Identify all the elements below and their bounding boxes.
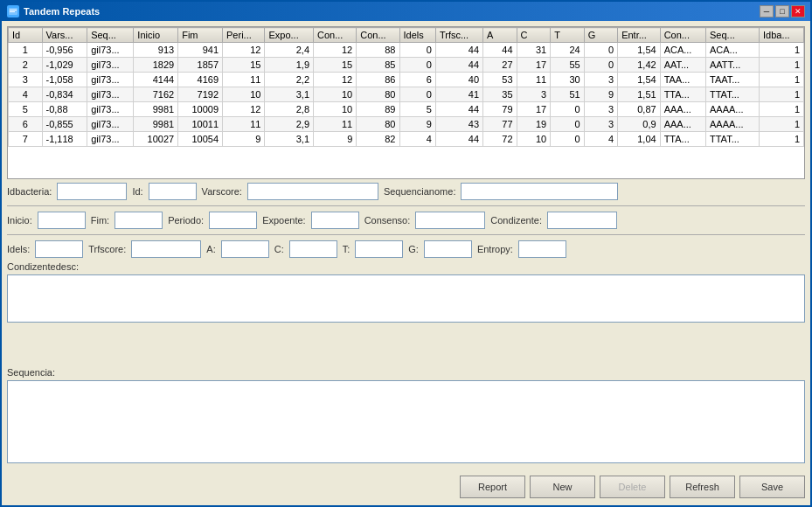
- form-section: Idbacteria: Id: Varscore: Sequencianome:…: [7, 183, 805, 258]
- main-window: Tandem Repeats ─ □ ✕ Id Vars... Seq... I…: [0, 0, 812, 507]
- t-input[interactable]: [355, 240, 403, 258]
- table-header-row: Id Vars... Seq... Inicio Fim Peri... Exp…: [9, 28, 804, 43]
- col-idba: Idba...: [760, 28, 804, 43]
- idels-input[interactable]: [35, 240, 83, 258]
- sequencia-textarea[interactable]: [7, 380, 805, 463]
- condizentedesc-textarea[interactable]: [7, 274, 805, 323]
- g-input[interactable]: [424, 240, 472, 258]
- a-label: A:: [206, 244, 215, 254]
- new-button[interactable]: New: [530, 476, 595, 498]
- g-label: G:: [408, 244, 419, 254]
- c-input[interactable]: [289, 240, 337, 258]
- id-input[interactable]: [149, 183, 197, 200]
- divider-2: [7, 234, 805, 235]
- sequencia-row: Sequencia:: [7, 367, 805, 378]
- col-con1: Con...: [314, 28, 357, 43]
- col-idels: Idels: [399, 28, 435, 43]
- svg-rect-1: [10, 10, 17, 10]
- varscore-label: Varscore:: [202, 186, 242, 197]
- window-title: Tandem Repeats: [24, 6, 760, 17]
- data-table-container: Id Vars... Seq... Inicio Fim Peri... Exp…: [7, 26, 805, 179]
- periodo-label: Periodo:: [168, 215, 204, 226]
- form-row-1: Idbacteria: Id: Varscore: Sequencianome:: [7, 183, 805, 200]
- periodo-input[interactable]: [209, 212, 257, 229]
- col-fim: Fim: [178, 28, 223, 43]
- condizente-label: Condizente:: [490, 215, 542, 226]
- col-g: G: [584, 28, 618, 43]
- col-seq: Seq...: [87, 28, 134, 43]
- button-row: Report New Delete Refresh Save: [7, 472, 805, 500]
- condizente-input[interactable]: [547, 212, 617, 229]
- save-button[interactable]: Save: [739, 476, 805, 498]
- condizentedesc-row: Condizentedesc:: [7, 261, 805, 272]
- trfsc-input[interactable]: [131, 240, 201, 258]
- col-c: C: [517, 28, 551, 43]
- title-bar: Tandem Repeats ─ □ ✕: [2, 2, 810, 21]
- col-vars: Vars...: [42, 28, 87, 43]
- table-row[interactable]: 7-1,118gil73...100271005493,198244472100…: [9, 132, 804, 147]
- table-scroll[interactable]: Id Vars... Seq... Inicio Fim Peri... Exp…: [8, 27, 804, 178]
- table-row[interactable]: 6-0,855gil73...998110011112,911809437719…: [9, 117, 804, 132]
- form-row-2: Inicio: Fim: Periodo: Expoente: Consenso…: [7, 212, 805, 229]
- col-entr: Entr...: [618, 28, 660, 43]
- report-button[interactable]: Report: [460, 476, 525, 498]
- col-peri: Peri...: [223, 28, 265, 43]
- content-area: Id Vars... Seq... Inicio Fim Peri... Exp…: [2, 21, 810, 505]
- sequencia-label: Sequencia:: [7, 367, 55, 378]
- idels-label: Idels:: [7, 244, 30, 254]
- col-con3: Con...: [660, 28, 705, 43]
- col-id: Id: [9, 28, 43, 43]
- table-row[interactable]: 4-0,834gil73...71627192103,1108004135351…: [9, 87, 804, 102]
- title-buttons: ─ □ ✕: [760, 5, 805, 17]
- entropy-input[interactable]: [518, 240, 566, 258]
- entropy-label: Entropy:: [477, 244, 513, 254]
- expoente-label: Expoente:: [262, 215, 306, 226]
- table-row[interactable]: 1-0,956gil73...913941122,412880444431240…: [9, 43, 804, 58]
- consenso-label: Consenso:: [364, 215, 411, 226]
- sequencianome-label: Sequencianome:: [384, 186, 456, 197]
- close-button[interactable]: ✕: [791, 5, 805, 17]
- table-row[interactable]: 3-1,058gil73...41444169112,2128664053113…: [9, 73, 804, 87]
- c-label: C:: [274, 244, 284, 254]
- sequencianome-input[interactable]: [461, 183, 618, 200]
- data-table: Id Vars... Seq... Inicio Fim Peri... Exp…: [8, 27, 804, 147]
- idbacteria-label: Idbacteria:: [7, 186, 52, 197]
- minimize-button[interactable]: ─: [760, 5, 774, 17]
- sequencia-section: Sequencia:: [7, 367, 805, 469]
- col-a: A: [483, 28, 517, 43]
- col-inicio: Inicio: [134, 28, 178, 43]
- varscore-input[interactable]: [247, 183, 378, 200]
- table-body: 1-0,956gil73...913941122,412880444431240…: [9, 43, 804, 147]
- table-row[interactable]: 5-0,88gil73...998110009122,8108954479170…: [9, 102, 804, 117]
- inicio-label: Inicio:: [7, 215, 32, 226]
- inicio-input[interactable]: [38, 212, 86, 229]
- maximize-button[interactable]: □: [775, 5, 789, 17]
- divider-1: [7, 205, 805, 206]
- delete-button[interactable]: Delete: [600, 476, 665, 498]
- window-icon: [7, 5, 19, 17]
- col-expo: Expo...: [265, 28, 314, 43]
- svg-rect-2: [10, 11, 15, 12]
- id-label: Id:: [132, 186, 142, 197]
- expoente-input[interactable]: [311, 212, 359, 229]
- trfsc-label: Trfscore:: [88, 244, 126, 254]
- idbacteria-input[interactable]: [57, 183, 127, 200]
- col-trfsc: Trfsc...: [435, 28, 482, 43]
- condizentedesc-label: Condizentedesc:: [7, 261, 79, 272]
- col-seq2: Seq...: [706, 28, 760, 43]
- fim-label: Fim:: [91, 215, 109, 226]
- condizentedesc-section: Condizentedesc:: [7, 261, 805, 364]
- fim-input[interactable]: [115, 212, 163, 229]
- consenso-input[interactable]: [415, 212, 485, 229]
- table-row[interactable]: 2-1,029gil73...18291857151,9158504427175…: [9, 58, 804, 73]
- refresh-button[interactable]: Refresh: [670, 476, 735, 498]
- col-t: T: [551, 28, 585, 43]
- col-con2: Con...: [357, 28, 399, 43]
- t-label: T:: [343, 244, 350, 254]
- a-input[interactable]: [221, 240, 269, 258]
- form-row-3: Idels: Trfscore: A: C: T: G: Entropy:: [7, 240, 805, 258]
